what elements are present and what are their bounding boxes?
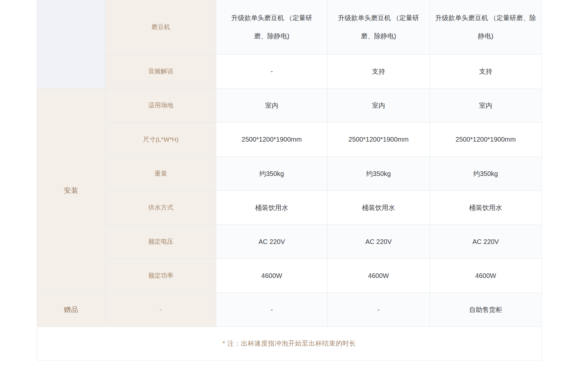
spec-value-cell: 室内: [430, 88, 541, 122]
spec-value-cell: 支持: [328, 54, 430, 88]
spec-value-cell: AC 220V: [430, 225, 541, 258]
category-cell-top: [37, 0, 105, 88]
spec-value-cell: 自助售货柜: [430, 293, 541, 326]
row-label: 适用场地: [106, 88, 216, 122]
spec-value-cell: 约350kg: [430, 157, 541, 190]
category-cell-gift: 赠品: [37, 293, 105, 326]
spec-value-cell: 4600W: [216, 259, 327, 292]
footnote: * 注：出杯速度指冲泡开始至出杯结束的时长: [37, 327, 541, 360]
spec-value-cell: -: [328, 293, 430, 326]
row-label: 供水方式: [106, 191, 216, 224]
product-spec-table: 安装 赠品 磨豆机 升级款单头磨豆机 （定量研 磨、除静电) 升级款单头磨豆机 …: [37, 0, 542, 360]
spec-value-cell: 2500*1200*1900mm: [430, 122, 541, 156]
spec-value-cell: 升级款单头磨豆机 （定量研 磨、除静电): [216, 0, 327, 54]
spec-value-cell: 2500*1200*1900mm: [328, 122, 430, 156]
spec-value-cell: AC 220V: [328, 225, 430, 258]
row-label: -: [106, 293, 216, 326]
spec-value-cell: 室内: [216, 88, 327, 122]
spec-value-cell: 桶装饮用水: [216, 191, 327, 224]
spec-value-cell: AC 220V: [216, 225, 327, 258]
spec-value-cell: 约350kg: [216, 157, 327, 190]
spec-value-cell: -: [216, 293, 327, 326]
row-label: 尺寸(L*W*H): [106, 122, 216, 156]
spec-value-cell: 桶装饮用水: [430, 191, 541, 224]
spec-value-cell: 室内: [328, 88, 430, 122]
row-label: 额定功率: [106, 259, 216, 292]
row-label: 额定电压: [106, 225, 216, 258]
spec-value-cell: -: [216, 54, 327, 88]
spec-value-cell: 升级款单头磨豆机 （定量研 磨、除静电): [328, 0, 430, 54]
category-cell-install: 安装: [37, 88, 105, 292]
spec-value-cell: 4600W: [328, 259, 430, 292]
row-label: 音频解说: [106, 54, 216, 88]
spec-value-cell: 4600W: [430, 259, 541, 292]
spec-value-cell: 支持: [430, 54, 541, 88]
row-label: 重量: [106, 157, 216, 190]
spec-value-cell: 升级款单头磨豆机 （定量研磨、除 静电): [430, 0, 541, 54]
spec-value-cell: 约350kg: [328, 157, 430, 190]
spec-value-cell: 桶装饮用水: [328, 191, 430, 224]
row-label: 磨豆机: [106, 0, 216, 54]
spec-value-cell: 2500*1200*1900mm: [216, 122, 327, 156]
